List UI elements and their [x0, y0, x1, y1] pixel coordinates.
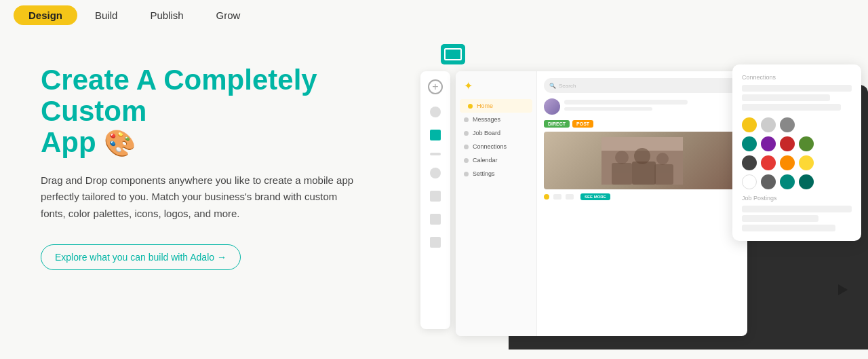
job-bar-1: [742, 206, 852, 212]
explore-cta[interactable]: Explore what you can build with Adalo →: [41, 244, 241, 270]
meeting-img-fill: [544, 132, 741, 189]
badge-post: POST: [572, 120, 593, 128]
calendar-dot: [464, 158, 469, 163]
tab-design[interactable]: Design: [14, 5, 77, 25]
color-yellow-bright[interactable]: [799, 155, 814, 170]
color-red[interactable]: [761, 155, 776, 170]
conn-bar-1: [742, 85, 852, 92]
app-search-bar[interactable]: 🔍 Search: [544, 78, 741, 93]
tab-publish[interactable]: Publish: [135, 5, 198, 25]
editor-sidebar: +: [420, 71, 450, 329]
connections-dot: [464, 145, 469, 149]
connections-label: Connections: [742, 74, 852, 81]
svg-rect-6: [632, 162, 656, 185]
color-palette-panel: Connections: [732, 64, 861, 241]
color-yellow[interactable]: [742, 117, 757, 132]
sidebar-icon-2: [430, 130, 441, 140]
color-orange[interactable]: [780, 155, 795, 170]
connection-bars: [742, 85, 852, 111]
hero-left: Create A Completely Custom App 🎨 Drag an…: [41, 44, 387, 270]
cursor-arrow-icon: [838, 284, 848, 295]
search-placeholder: Search: [559, 83, 576, 89]
profile-avatar: [544, 98, 560, 115]
profile-sub-bar: [564, 107, 652, 111]
sidebar-icon-4: [430, 168, 441, 178]
app-nav-messages[interactable]: Messages: [456, 113, 536, 126]
color-charcoal[interactable]: [742, 155, 757, 170]
headline: Create A Completely Custom App 🎨: [41, 64, 387, 159]
job-bar-2: [742, 215, 818, 222]
settings-dot: [464, 172, 469, 176]
meeting-image: [544, 132, 741, 189]
color-gray[interactable]: [761, 117, 776, 132]
color-red-dark[interactable]: [780, 136, 795, 151]
profile-row: [544, 98, 741, 115]
home-dot: [468, 104, 473, 109]
color-teal-2[interactable]: [780, 174, 795, 189]
main-content: Create A Completely Custom App 🎨 Drag an…: [0, 31, 868, 359]
app-nav-settings[interactable]: Settings: [456, 167, 536, 181]
badge-row: DIRECT POST: [544, 120, 741, 128]
app-nav-jobboard[interactable]: Job Board: [456, 126, 536, 140]
conn-bar-3: [742, 104, 841, 111]
profile-info: [564, 100, 741, 113]
color-mid-gray[interactable]: [761, 174, 776, 189]
palette-row-2: [742, 136, 852, 151]
job-postings-label: Job Postings: [742, 195, 852, 202]
badge-direct: DIRECT: [544, 120, 570, 128]
monitor-icon: [441, 44, 465, 64]
sidebar-icon-3: [430, 153, 441, 155]
star-icon: ✦: [464, 79, 473, 92]
share-icon: [566, 194, 574, 200]
palette-row-1: [742, 117, 852, 132]
sidebar-icon-5: [430, 191, 441, 202]
navigation: Design Build Publish Grow: [0, 0, 868, 31]
jobboard-dot: [464, 131, 469, 136]
hero-description: Drag and Drop components anywhere you li…: [41, 172, 359, 223]
job-bar-3: [742, 225, 835, 231]
app-logo: ✦: [456, 79, 536, 99]
color-teal-3[interactable]: [799, 174, 814, 189]
app-main-content: 🔍 Search DIRECT POST: [537, 71, 747, 336]
sidebar-icon-1: [430, 107, 441, 117]
color-white[interactable]: [742, 174, 757, 189]
palette-emoji: 🎨: [104, 129, 136, 157]
app-panel: ✦ Home Messages Job Board Connections: [456, 71, 747, 336]
svg-rect-5: [612, 163, 632, 185]
search-icon: 🔍: [549, 83, 556, 89]
sidebar-icon-6: [430, 214, 441, 225]
palette-row-4: [742, 174, 852, 189]
profile-name-bar: [564, 100, 688, 105]
color-green-dark[interactable]: [799, 136, 814, 151]
app-nav-home[interactable]: Home: [460, 99, 532, 113]
like-dot: [544, 194, 549, 200]
messages-dot: [464, 117, 469, 122]
svg-point-4: [656, 153, 669, 165]
color-teal-dark[interactable]: [742, 136, 757, 151]
interaction-row: SEE MORE: [544, 193, 741, 200]
svg-rect-7: [654, 164, 673, 185]
hero-visual: + ✦ Home Messages: [414, 44, 841, 356]
palette-row-3: [742, 155, 852, 170]
comment-icon: [553, 194, 561, 200]
badge-see-more: SEE MORE: [580, 193, 610, 200]
color-purple[interactable]: [761, 136, 776, 151]
job-bars: [742, 206, 852, 231]
meeting-svg: [601, 137, 683, 185]
app-nav-connections[interactable]: Connections: [456, 140, 536, 153]
app-sidebar-nav: ✦ Home Messages Job Board Connections: [456, 71, 537, 336]
tab-build[interactable]: Build: [80, 5, 132, 25]
app-nav-calendar[interactable]: Calendar: [456, 153, 536, 167]
plus-icon[interactable]: +: [428, 79, 443, 94]
tab-grow[interactable]: Grow: [201, 5, 256, 25]
svg-point-2: [615, 151, 629, 164]
sidebar-icon-7: [430, 237, 441, 248]
conn-bar-2: [742, 94, 830, 101]
color-darkgray[interactable]: [780, 117, 795, 132]
